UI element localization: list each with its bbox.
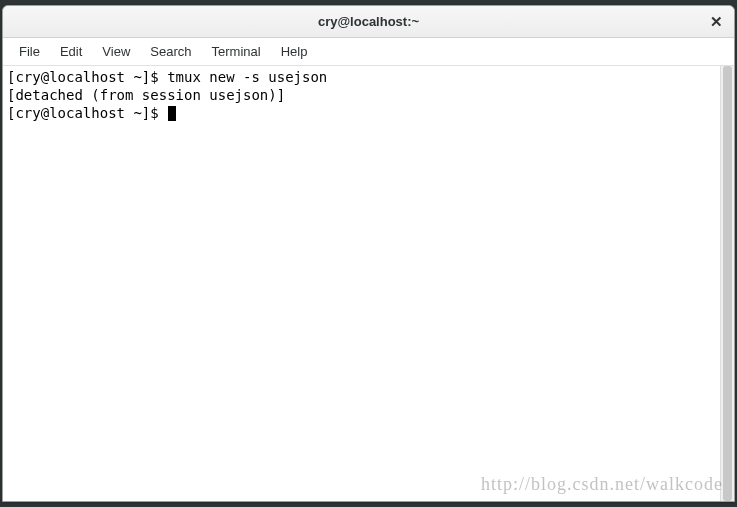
scrollbar[interactable] — [720, 66, 734, 501]
menu-help[interactable]: Help — [271, 40, 318, 63]
output-text: [detached (from session usejson)] — [7, 87, 285, 103]
scrollbar-thumb[interactable] — [723, 66, 732, 501]
menu-edit[interactable]: Edit — [50, 40, 92, 63]
menu-file[interactable]: File — [9, 40, 50, 63]
cursor — [168, 106, 176, 121]
terminal-line: [cry@localhost ~]$ — [7, 104, 716, 122]
terminal-line: [cry@localhost ~]$ tmux new -s usejson — [7, 68, 716, 86]
terminal-area: [cry@localhost ~]$ tmux new -s usejson[d… — [3, 66, 734, 501]
terminal-content[interactable]: [cry@localhost ~]$ tmux new -s usejson[d… — [3, 66, 720, 501]
command-text: tmux new -s usejson — [167, 69, 327, 85]
menu-view[interactable]: View — [92, 40, 140, 63]
prompt: [cry@localhost ~]$ — [7, 69, 167, 85]
titlebar[interactable]: cry@localhost:~ ✕ — [3, 6, 734, 38]
close-icon[interactable]: ✕ — [708, 14, 724, 30]
terminal-window: cry@localhost:~ ✕ File Edit View Search … — [2, 5, 735, 502]
menu-search[interactable]: Search — [140, 40, 201, 63]
terminal-line: [detached (from session usejson)] — [7, 86, 716, 104]
menu-terminal[interactable]: Terminal — [202, 40, 271, 63]
window-title: cry@localhost:~ — [318, 14, 419, 29]
prompt: [cry@localhost ~]$ — [7, 105, 167, 121]
menubar: File Edit View Search Terminal Help — [3, 38, 734, 66]
